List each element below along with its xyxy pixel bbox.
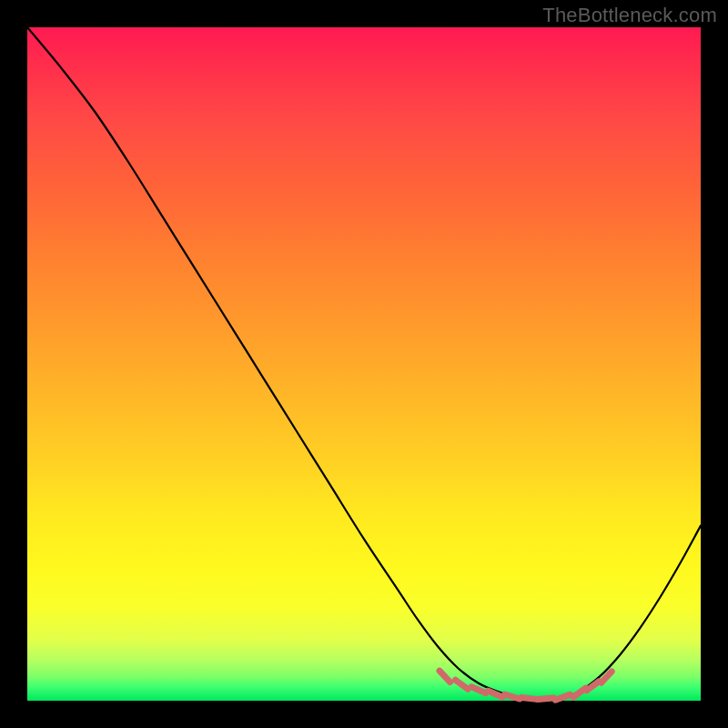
curve-marker xyxy=(471,687,486,693)
bottleneck-curve xyxy=(27,27,701,701)
curve-marker xyxy=(587,682,600,691)
attribution-text: TheBottleneck.com xyxy=(542,4,717,27)
curve-marker xyxy=(440,671,450,682)
curve-marker xyxy=(455,680,468,689)
plot-area xyxy=(27,27,701,701)
curve-marker xyxy=(555,694,570,700)
curve-marker xyxy=(521,697,537,699)
curve-svg xyxy=(27,27,701,701)
chart-container: TheBottleneck.com xyxy=(0,0,728,728)
curve-marker xyxy=(538,698,553,699)
curve-marker xyxy=(505,694,520,699)
